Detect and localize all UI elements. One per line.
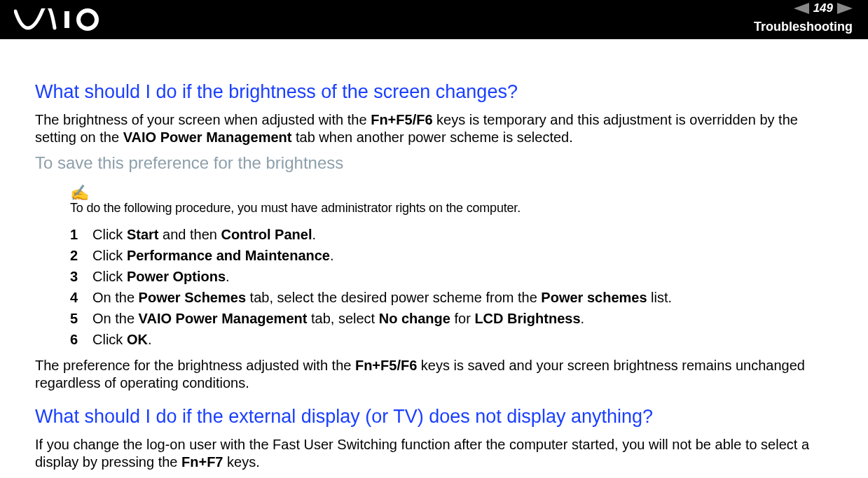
note-text: To do the following procedure, you must … xyxy=(70,201,833,216)
q1-closing: The preference for the brightness adjust… xyxy=(35,357,833,392)
svg-point-1 xyxy=(78,10,97,29)
text: The preference for the brightness adjust… xyxy=(35,358,355,373)
page-content: What should I do if the brightness of th… xyxy=(0,39,868,471)
svg-marker-3 xyxy=(837,3,853,14)
step-row: 2 Click Performance and Maintenance. xyxy=(70,245,833,266)
bold: Fn+F5/F6 xyxy=(371,112,432,127)
q1-paragraph: The brightness of your screen when adjus… xyxy=(35,111,833,146)
step-text: On the VAIO Power Management tab, select… xyxy=(92,308,584,329)
bold: VAIO Power Management xyxy=(123,129,292,145)
step-text: Click Start and then Control Panel. xyxy=(92,224,316,245)
text: If you change the log-on user with the F… xyxy=(35,437,809,470)
nav-prev-icon[interactable] xyxy=(794,3,809,14)
svg-marker-2 xyxy=(794,3,809,14)
page-number: 149 xyxy=(813,1,833,15)
step-number: 1 xyxy=(70,224,80,245)
page-nav: 149 xyxy=(794,1,853,15)
step-number: 4 xyxy=(70,287,80,308)
question-heading-1: What should I do if the brightness of th… xyxy=(35,81,833,103)
step-text: On the Power Schemes tab, select the des… xyxy=(92,287,672,308)
step-row: 5 On the VAIO Power Management tab, sele… xyxy=(70,308,833,329)
subheading: To save this preference for the brightne… xyxy=(35,153,833,173)
note-block: ✍ To do the following procedure, you mus… xyxy=(70,185,833,216)
step-text: Click Power Options. xyxy=(92,266,230,287)
step-number: 3 xyxy=(70,266,80,287)
step-row: 6 Click OK. xyxy=(70,329,833,350)
step-row: 4 On the Power Schemes tab, select the d… xyxy=(70,287,833,308)
page-header: 149 Troubleshooting xyxy=(0,0,868,39)
text: The brightness of your screen when adjus… xyxy=(35,112,371,127)
section-title: Troubleshooting xyxy=(754,20,853,34)
nav-next-icon[interactable] xyxy=(837,3,853,14)
note-icon: ✍ xyxy=(70,185,833,201)
step-text: Click OK. xyxy=(92,329,151,350)
text: tab when another power scheme is selecte… xyxy=(291,129,572,145)
step-number: 5 xyxy=(70,308,80,329)
bold: Fn+F5/F6 xyxy=(355,358,417,373)
vaio-logo xyxy=(14,8,112,31)
q2-paragraph: If you change the log-on user with the F… xyxy=(35,436,833,471)
svg-rect-0 xyxy=(64,11,69,28)
step-list: 1 Click Start and then Control Panel. 2 … xyxy=(70,224,833,350)
step-number: 2 xyxy=(70,245,80,266)
step-row: 3 Click Power Options. xyxy=(70,266,833,287)
step-text: Click Performance and Maintenance. xyxy=(92,245,334,266)
text: keys. xyxy=(223,454,259,470)
question-heading-2: What should I do if the external display… xyxy=(35,406,833,428)
bold: Fn+F7 xyxy=(181,454,223,470)
step-row: 1 Click Start and then Control Panel. xyxy=(70,224,833,245)
step-number: 6 xyxy=(70,329,80,350)
